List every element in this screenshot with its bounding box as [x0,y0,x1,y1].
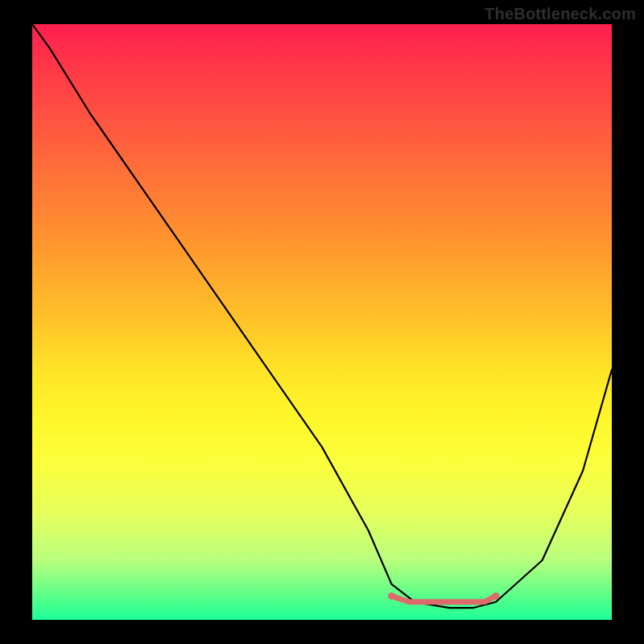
chart-frame: TheBottleneck.com [0,0,644,644]
curve-svg [32,24,612,620]
optimal-end-dot [493,592,500,600]
watermark-text: TheBottleneck.com [485,5,636,23]
plot-area [32,24,612,620]
optimal-start-dot [388,592,395,600]
bottleneck-curve-path [32,24,612,608]
